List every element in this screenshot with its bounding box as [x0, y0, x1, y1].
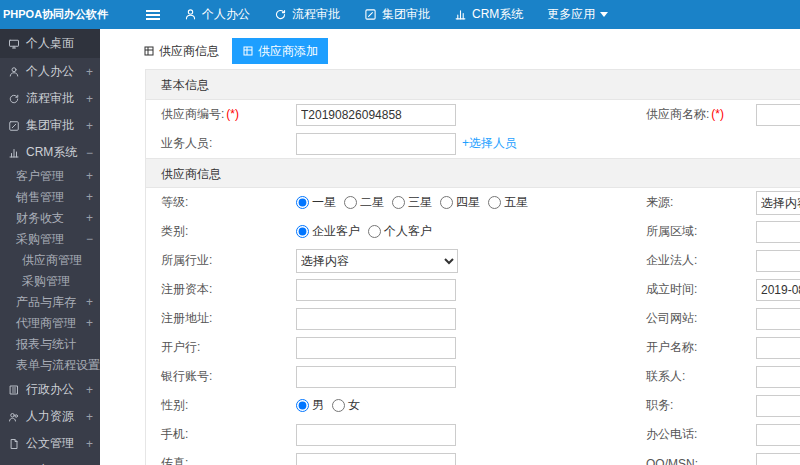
- radio-option[interactable]: 女: [332, 397, 360, 414]
- field-label: 来源:: [646, 194, 756, 211]
- radio-option[interactable]: 五星: [488, 194, 528, 211]
- nav-process-approval[interactable]: 流程审批: [262, 0, 352, 29]
- label-text: 所属区域:: [646, 224, 697, 238]
- level-radio[interactable]: [296, 196, 309, 209]
- expand-toggle[interactable]: +: [86, 166, 93, 187]
- bank-input[interactable]: [296, 337, 456, 359]
- office-phone-input[interactable]: [756, 424, 800, 446]
- sidebar-item-document-mgmt[interactable]: 公文管理 +: [0, 430, 100, 457]
- sidebar-item-customer-mgmt[interactable]: 客户管理 +: [0, 166, 100, 187]
- source-select[interactable]: 选择内容: [756, 191, 800, 215]
- tab-supplier-add[interactable]: 供应商添加: [232, 38, 328, 64]
- fax-input[interactable]: [296, 453, 456, 465]
- top-bar: PHPOA协同办公软件 个人办公 流程审批 集团审批 CRM系统 更多应用: [0, 0, 800, 29]
- nav-personal-office[interactable]: 个人办公: [172, 0, 262, 29]
- radio-option[interactable]: 三星: [392, 194, 432, 211]
- sidebar-item-personal-desktop[interactable]: 个人桌面: [0, 29, 100, 58]
- nav-group-approval[interactable]: 集团审批: [352, 0, 442, 29]
- field-label: 手机:: [161, 426, 296, 443]
- expand-toggle[interactable]: +: [86, 292, 93, 313]
- radio-option[interactable]: 二星: [344, 194, 384, 211]
- industry-select[interactable]: 选择内容: [296, 249, 458, 273]
- section-header-supplier: 供应商信息: [146, 158, 800, 188]
- field-label: 供应商名称:(*): [646, 106, 756, 123]
- nav-crm-system[interactable]: CRM系统: [442, 0, 535, 29]
- tab-supplier-info[interactable]: 供应商信息: [133, 38, 229, 64]
- collapse-toggle[interactable]: −: [86, 229, 93, 250]
- sidebar-item-process-approval[interactable]: 流程审批 +: [0, 85, 100, 112]
- capital-input[interactable]: [296, 279, 456, 301]
- field-label: QQ/MSN:: [646, 457, 756, 465]
- field-label: 银行账号:: [161, 368, 296, 385]
- sidebar-item-reports[interactable]: 报表与统计: [0, 334, 100, 355]
- collapse-toggle[interactable]: −: [86, 146, 93, 160]
- sidebar-item-supplier-mgmt[interactable]: 供应商管理: [0, 250, 100, 271]
- contact-input[interactable]: [756, 366, 800, 388]
- radio-option[interactable]: 四星: [440, 194, 480, 211]
- sidebar-item-purchase-mgmt[interactable]: 采购管理 −: [0, 229, 100, 250]
- field-label: 企业法人:: [646, 252, 756, 269]
- level-radio[interactable]: [344, 196, 357, 209]
- form-row: 开户行: 开户名称:: [146, 333, 800, 362]
- sidebar-item-agent-mgmt[interactable]: 代理商管理 +: [0, 313, 100, 334]
- website-input[interactable]: [756, 308, 800, 330]
- sidebar-item-form-flow-settings[interactable]: 表单与流程设置 +: [0, 355, 100, 376]
- label-text: QQ/MSN:: [646, 457, 698, 465]
- radio-option[interactable]: 企业客户: [296, 223, 360, 240]
- region-input[interactable]: [756, 221, 800, 243]
- expand-toggle[interactable]: +: [86, 187, 93, 208]
- gender-radio[interactable]: [332, 399, 345, 412]
- hamburger-menu-icon[interactable]: [146, 0, 162, 29]
- sidebar-item-group-approval[interactable]: 集团审批 +: [0, 112, 100, 139]
- supplier-no-input[interactable]: [296, 104, 456, 126]
- label-text: 开户行:: [161, 340, 200, 354]
- position-input[interactable]: [756, 395, 800, 417]
- level-radio[interactable]: [488, 196, 501, 209]
- sidebar-item-crm-system[interactable]: CRM系统 −: [0, 139, 100, 166]
- reg-address-input[interactable]: [296, 308, 456, 330]
- expand-toggle[interactable]: +: [86, 65, 93, 79]
- bank-account-input[interactable]: [296, 366, 456, 388]
- account-name-input[interactable]: [756, 337, 800, 359]
- grid-icon: [242, 45, 254, 57]
- sidebar-item-purchasing[interactable]: 采购管理: [0, 271, 100, 292]
- sidebar-item-label: 产品与库存: [16, 295, 76, 309]
- nav-more-apps[interactable]: 更多应用: [535, 0, 620, 29]
- tab-label: 供应商信息: [159, 43, 219, 60]
- level-radio[interactable]: [440, 196, 453, 209]
- gender-radio[interactable]: [296, 399, 309, 412]
- label-text: 公司网站:: [646, 311, 697, 325]
- expand-toggle[interactable]: +: [86, 208, 93, 229]
- field-label: 注册资本:: [161, 281, 296, 298]
- mobile-input[interactable]: [296, 424, 456, 446]
- tab-bar: 供应商信息 供应商添加: [100, 29, 800, 64]
- sidebar-item-admin-office[interactable]: 行政办公 +: [0, 376, 100, 403]
- supplier-name-input[interactable]: [756, 104, 800, 126]
- sidebar-item-hr[interactable]: 人力资源 +: [0, 403, 100, 430]
- expand-toggle[interactable]: +: [86, 410, 93, 424]
- choose-person-link[interactable]: +选择人员: [462, 135, 517, 152]
- sales-person-input[interactable]: [296, 133, 456, 155]
- established-date-input[interactable]: [756, 279, 800, 301]
- sidebar-item-label: CRM系统: [26, 144, 77, 161]
- radio-option[interactable]: 一星: [296, 194, 336, 211]
- radio-option[interactable]: 个人客户: [368, 223, 432, 240]
- radio-option[interactable]: 男: [296, 397, 324, 414]
- level-radio[interactable]: [392, 196, 405, 209]
- expand-toggle[interactable]: +: [86, 383, 93, 397]
- expand-toggle[interactable]: +: [86, 437, 93, 451]
- expand-toggle[interactable]: +: [86, 313, 93, 334]
- sidebar-item-product-inventory[interactable]: 产品与库存 +: [0, 292, 100, 313]
- category-radio[interactable]: [368, 225, 381, 238]
- expand-toggle[interactable]: +: [86, 92, 93, 106]
- sidebar-item-vehicle-mgmt[interactable]: 用车管理 +: [0, 457, 100, 465]
- qq-msn-input[interactable]: [756, 453, 800, 465]
- sidebar-item-personal-office[interactable]: 个人办公 +: [0, 58, 100, 85]
- legal-person-input[interactable]: [756, 250, 800, 272]
- sidebar-item-sales-mgmt[interactable]: 销售管理 +: [0, 187, 100, 208]
- category-radio[interactable]: [296, 225, 309, 238]
- sidebar-item-finance[interactable]: 财务收支 +: [0, 208, 100, 229]
- expand-toggle[interactable]: +: [86, 119, 93, 133]
- sidebar-item-label: 行政办公: [26, 381, 74, 398]
- field-label: 成立时间:: [646, 281, 756, 298]
